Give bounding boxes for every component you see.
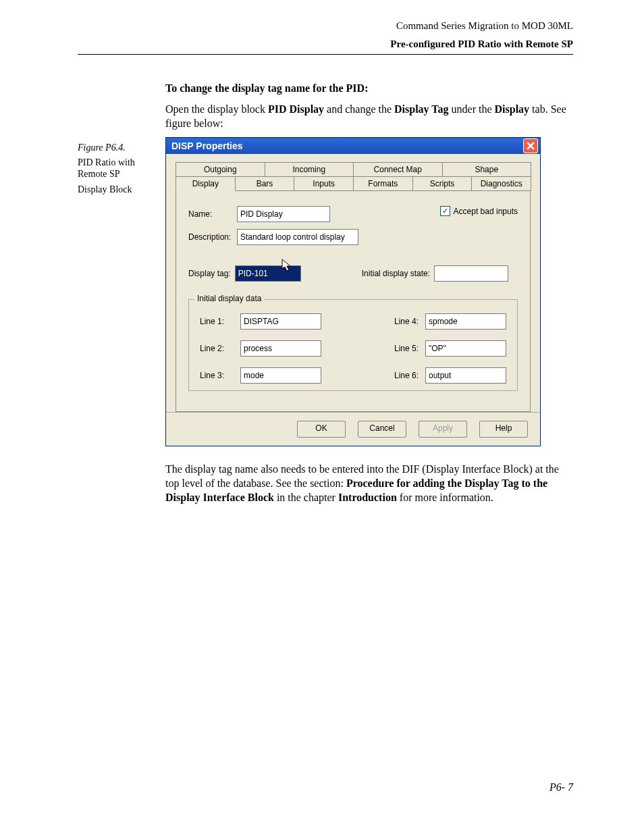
tab-row-front: Display Bars Inputs Formats Scripts Diag… — [176, 176, 531, 191]
tab-bars[interactable]: Bars — [235, 176, 295, 191]
line5-field[interactable] — [425, 340, 506, 357]
line3-field[interactable] — [240, 367, 321, 384]
followup-paragraph: The display tag name also needs to be en… — [165, 463, 573, 504]
initial-display-state-label: Initial display state: — [362, 269, 430, 278]
figure-caption-line: Display Block — [78, 184, 165, 196]
tab-diagnostics[interactable]: Diagnostics — [471, 176, 531, 191]
cursor-icon — [281, 259, 294, 273]
line4-field[interactable] — [425, 313, 506, 330]
description-field[interactable] — [237, 229, 358, 245]
figure-caption-line: PID Ratio with Remote SP — [78, 157, 165, 180]
help-button[interactable]: Help — [479, 421, 528, 438]
accept-bad-inputs-label: Accept bad inputs — [454, 207, 518, 216]
titlebar[interactable]: DISP Properties — [166, 138, 540, 154]
line4-label: Line 4: — [394, 317, 419, 326]
name-field[interactable] — [237, 206, 330, 222]
header-rule — [78, 54, 573, 55]
line1-label: Line 1: — [200, 317, 234, 326]
tab-incoming[interactable]: Incoming — [265, 162, 354, 176]
line2-field[interactable] — [240, 340, 321, 357]
tab-outgoing[interactable]: Outgoing — [176, 162, 265, 176]
tab-formats[interactable]: Formats — [353, 176, 413, 191]
checkmark-icon: ✓ — [440, 206, 450, 216]
tab-panel-display: Name: ✓ Accept bad inputs Description: — [176, 190, 531, 412]
line3-label: Line 3: — [200, 371, 234, 380]
line5-label: Line 5: — [394, 344, 419, 353]
name-label: Name: — [188, 209, 237, 219]
topic-heading: To change the display tag name for the P… — [165, 82, 573, 96]
initial-display-data-group: Initial display data Line 1: Line 4: Lin… — [188, 299, 518, 391]
close-icon[interactable] — [523, 138, 538, 153]
instruction-paragraph: Open the display block PID Display and c… — [165, 103, 573, 131]
page-number: P6- 7 — [549, 781, 573, 793]
line2-label: Line 2: — [200, 344, 234, 353]
figure-caption-column: Figure P6.4. PID Ratio with Remote SP Di… — [78, 82, 165, 199]
ok-button[interactable]: OK — [297, 421, 346, 438]
line6-label: Line 6: — [394, 371, 419, 380]
figure-number: Figure P6.4. — [78, 142, 165, 153]
window-title: DISP Properties — [171, 140, 243, 151]
dialog-button-row: OK Cancel Apply Help — [166, 412, 540, 446]
tab-inputs[interactable]: Inputs — [294, 176, 354, 191]
display-tag-label: Display tag: — [188, 269, 231, 278]
disp-properties-dialog: DISP Properties Outgoing Incoming Connec… — [165, 137, 541, 446]
description-label: Description: — [188, 232, 237, 242]
line1-field[interactable] — [240, 313, 321, 330]
tab-display[interactable]: Display — [176, 176, 236, 191]
initial-display-state-field[interactable] — [434, 265, 508, 282]
group-legend: Initial display data — [194, 294, 264, 303]
running-header: Command Series Migration to MOD 30ML — [78, 20, 573, 32]
tab-connect-map[interactable]: Connect Map — [353, 162, 443, 176]
apply-button[interactable]: Apply — [419, 421, 467, 438]
accept-bad-inputs-checkbox[interactable]: ✓ Accept bad inputs — [440, 206, 518, 216]
section-header: Pre-configured PID Ratio with Remote SP — [78, 38, 573, 50]
cancel-button[interactable]: Cancel — [358, 421, 406, 438]
line6-field[interactable] — [425, 367, 506, 384]
tab-scripts[interactable]: Scripts — [412, 176, 473, 191]
tab-shape[interactable]: Shape — [442, 162, 532, 176]
tab-row-back: Outgoing Incoming Connect Map Shape — [176, 162, 531, 176]
